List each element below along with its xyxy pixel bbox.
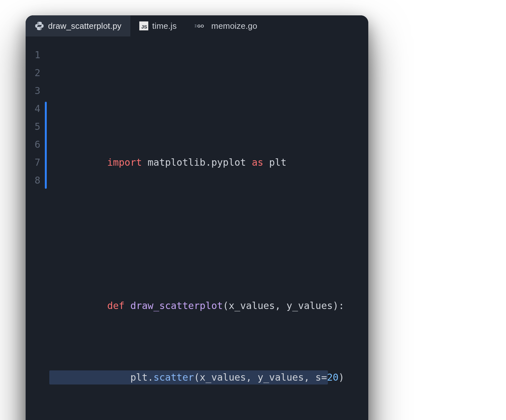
js-icon: JS bbox=[139, 21, 148, 30]
line-number: 3 bbox=[26, 82, 40, 100]
code-area[interactable]: import matplotlib.pyplot as plt def draw… bbox=[45, 46, 363, 420]
code-line: import matplotlib.pyplot as plt bbox=[45, 154, 363, 171]
tab-js[interactable]: JS time.js bbox=[130, 15, 186, 36]
keyword-as: as bbox=[252, 157, 263, 168]
editor-window: draw_scatterplot.py JS time.js GO memoiz… bbox=[26, 15, 368, 420]
line-number: 1 bbox=[26, 46, 40, 64]
svg-rect-2 bbox=[195, 25, 196, 25]
svg-rect-4 bbox=[195, 27, 196, 27]
tab-bar: draw_scatterplot.py JS time.js GO memoiz… bbox=[26, 15, 368, 36]
tab-go[interactable]: GO memoize.go bbox=[186, 15, 266, 36]
line-number: 7 bbox=[26, 154, 40, 171]
go-icon: GO bbox=[195, 23, 208, 29]
keyword-import: import bbox=[107, 157, 142, 168]
line-number: 8 bbox=[26, 171, 40, 189]
tab-label: draw_scatterplot.py bbox=[48, 21, 121, 31]
keyword-def: def bbox=[107, 300, 125, 311]
gutter: 1 2 3 4 5 6 7 8 bbox=[26, 46, 45, 420]
function-name: draw_scatterplot bbox=[130, 300, 223, 311]
code-line: plt.scatter(x_values, y_values, s=20) bbox=[45, 368, 363, 386]
line-number: 5 bbox=[26, 118, 40, 136]
tab-python[interactable]: draw_scatterplot.py bbox=[26, 15, 130, 36]
line-number: 2 bbox=[26, 64, 40, 82]
line-number: 4 bbox=[26, 100, 40, 118]
svg-rect-3 bbox=[195, 26, 196, 26]
tab-label: time.js bbox=[152, 21, 177, 31]
svg-text:JS: JS bbox=[141, 24, 147, 29]
code-line: def draw_scatterplot(x_values, y_values)… bbox=[45, 297, 363, 315]
code-line bbox=[45, 225, 363, 243]
line-number: 6 bbox=[26, 136, 40, 154]
tab-label: memoize.go bbox=[211, 21, 257, 31]
svg-text:GO: GO bbox=[197, 24, 204, 28]
editor-body: 1 2 3 4 5 6 7 8 import matplotlib.pyplot… bbox=[26, 36, 368, 420]
python-icon bbox=[35, 21, 44, 31]
